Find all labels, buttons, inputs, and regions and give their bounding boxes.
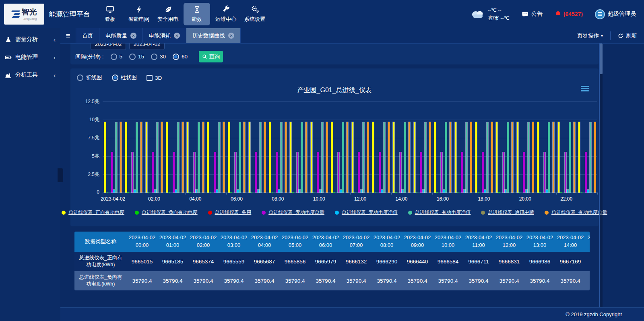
table-col-header-16: 2023-04-0215:00: [586, 232, 590, 252]
x-axis-tick: 22:00: [560, 196, 572, 202]
legend-item-1[interactable]: 总进线仪表_正向有功电度: [62, 209, 124, 216]
tab-3[interactable]: 电能消耗✕: [142, 28, 186, 43]
x-axis-tick: 16:00: [437, 196, 449, 202]
chart-type-option-2[interactable]: 柱状图: [112, 74, 137, 81]
interval-option-5[interactable]: 5: [111, 54, 123, 60]
table-col-header-11: 2023-04-0210:00: [433, 232, 463, 252]
table-col-header-7: 2023-04-0206:00: [310, 232, 341, 252]
legend-item-4[interactable]: 总进线仪表_无功电度总量: [262, 209, 324, 216]
alarm-button[interactable]: (64527): [555, 10, 583, 18]
logo-text: 智光: [22, 8, 37, 16]
sidebar-item-3[interactable]: 分析工具‹: [0, 66, 60, 84]
app-title: 能源管理平台: [49, 10, 90, 19]
table-cell: 9665015: [127, 252, 157, 271]
table-cell: 9665559: [219, 252, 249, 271]
brand-logo[interactable]: 智光 Zhiguang: [4, 4, 44, 25]
legend-item-7[interactable]: 总进线仪表_通讯中断: [481, 209, 534, 216]
y-axis-tick: 5兆: [73, 153, 99, 160]
query-panel: 2023-04-02 2023-04-02 间隔(分钟) : 5153060 查…: [70, 43, 599, 64]
close-icon[interactable]: ✕: [174, 33, 180, 39]
legend-item-2[interactable]: 总进线仪表_负向有功电度: [135, 209, 198, 216]
nav-item-2[interactable]: 智能电网: [126, 3, 152, 25]
x-axis-tick: 10:00: [313, 196, 325, 202]
query-button[interactable]: 查询: [199, 51, 223, 62]
table-cell: 9665185: [157, 252, 188, 271]
chart-menu-icon[interactable]: [581, 85, 589, 92]
table-cell: 9667169: [555, 252, 586, 271]
chart-title: 产业园_G01_总进线_仪表: [70, 86, 599, 95]
nav-item-label: 系统设置: [244, 16, 265, 23]
app-root: 智光 Zhiguang 能源管理平台 看板智能电网安全用电能效运维中心系统设置 …: [0, 0, 644, 321]
nav-item-4[interactable]: 能效: [184, 3, 210, 25]
tab-2[interactable]: 电能质量✕: [99, 28, 142, 43]
scroll-area: 2023-04-02 2023-04-02 间隔(分钟) : 5153060 查…: [60, 43, 644, 307]
table-col-header-10: 2023-04-0209:00: [402, 232, 433, 252]
sidebar-collapse-handle[interactable]: [58, 168, 63, 182]
tab-operations-dropdown[interactable]: 页签操作 ▾: [570, 32, 610, 39]
speech-bubble-icon: [522, 11, 528, 18]
close-icon[interactable]: ✕: [130, 33, 136, 39]
nav-item-6[interactable]: 系统设置: [242, 3, 268, 25]
vertical-scrollbar[interactable]: [599, 43, 603, 307]
chart-type-option-3[interactable]: 3D: [147, 75, 162, 81]
legend-item-8[interactable]: 总进线仪表_有功电度总量: [545, 209, 607, 216]
legend-item-3[interactable]: 总进线仪表_备用: [208, 209, 252, 216]
sidebar-item-label: 需量分析: [15, 36, 38, 43]
safety-leaf-icon: [164, 5, 172, 14]
chart-type-option-1[interactable]: 折线图: [77, 74, 102, 81]
nav-item-3[interactable]: 安全用电: [155, 3, 181, 25]
table-col-header-8: 2023-04-0207:00: [341, 232, 372, 252]
navbar-right: --℃ -- 省/市 --℃ 公告 (64527) 超级管理员: [471, 6, 644, 22]
tab-label: 电能质量: [105, 32, 127, 39]
sidebar-item-2[interactable]: 电能管理‹: [0, 48, 60, 66]
cloud-icon: [471, 10, 485, 19]
sidebar-item-1[interactable]: 需量分析‹: [0, 31, 60, 48]
user-name: 超级管理员: [608, 10, 636, 18]
legend-item-6[interactable]: 总进线仪表_有功电度净值: [408, 209, 471, 216]
nav-item-label: 看板: [105, 16, 115, 23]
radio-icon: [111, 54, 117, 60]
hamburger-icon: ≡: [66, 31, 70, 40]
main-nav: 看板智能电网安全用电能效运维中心系统设置: [97, 3, 268, 25]
user-menu[interactable]: 超级管理员: [595, 9, 636, 19]
nav-item-5[interactable]: 运维中心: [213, 3, 239, 25]
table-corner-header: 数据类型名称: [74, 232, 127, 252]
interval-option-30[interactable]: 30: [151, 54, 166, 60]
chart-legend: 总进线仪表_正向有功电度总进线仪表_负向有功电度总进线仪表_备用总进线仪表_无功…: [70, 209, 599, 216]
logo-mark-icon: [12, 10, 20, 18]
legend-dot-icon: [135, 211, 139, 215]
radio-icon: [77, 75, 83, 81]
chevron-left-icon: ‹: [54, 72, 56, 79]
y-axis-tick: 10兆: [73, 116, 99, 123]
refresh-button[interactable]: 刷新: [611, 32, 644, 39]
notice-button[interactable]: 公告: [522, 10, 543, 18]
end-date-input[interactable]: 2023-04-02: [129, 43, 165, 50]
y-axis-tick: 0: [73, 189, 99, 195]
nav-item-label: 安全用电: [157, 16, 178, 23]
interval-option-60[interactable]: 60: [173, 54, 188, 60]
table-cell: 35790.4: [127, 271, 157, 290]
table-cell: 9665979: [310, 252, 341, 271]
main-content: ≡ 首页电能质量✕电能消耗✕历史数据曲线✕ 页签操作 ▾ 刷新: [60, 28, 644, 321]
start-date-input[interactable]: 2023-04-02: [91, 43, 126, 50]
sidebar: 需量分析‹电能管理‹分析工具‹: [0, 28, 60, 321]
nav-item-1[interactable]: 看板: [97, 3, 123, 25]
interval-label: 间隔(分钟) :: [75, 53, 104, 60]
close-icon[interactable]: ✕: [228, 33, 234, 39]
tab-4[interactable]: 历史数据曲线✕: [186, 28, 241, 43]
table-cell: 35790.4: [463, 271, 494, 290]
radio-icon: [112, 75, 118, 81]
legend-item-5[interactable]: 总进线仪表_无功电度净值: [335, 209, 398, 216]
tab-1[interactable]: 首页: [76, 28, 99, 43]
dashboard-icon: [106, 5, 114, 14]
scrollbar-thumb[interactable]: [600, 43, 603, 74]
chart-panel: 折线图柱状图3D 产业园_G01_总进线_仪表 02.5兆5兆7.5兆10兆12…: [70, 68, 599, 226]
legend-dot-icon: [208, 211, 212, 215]
tab-menu-button[interactable]: ≡: [60, 28, 76, 43]
radio-icon: [173, 54, 179, 60]
table-row-2: 总进线仪表_负向有功电度(kWh)35790.435790.435790.435…: [74, 271, 590, 290]
table-cell: 9665856: [280, 252, 310, 271]
table-cell: 9666831: [494, 252, 524, 271]
table-cell: 9666440: [402, 252, 433, 271]
interval-option-15[interactable]: 15: [129, 54, 144, 60]
